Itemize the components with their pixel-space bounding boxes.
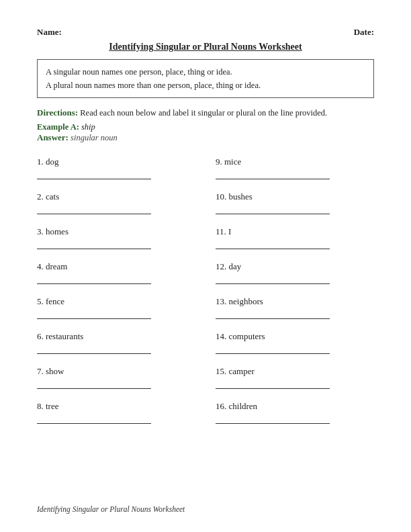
directions-text: Read each noun below and label it singul… — [80, 108, 327, 118]
info-line2: A plural noun names more than one person… — [46, 79, 365, 92]
noun-item: 15. camper — [216, 359, 374, 394]
noun-text: 2. cats — [37, 191, 195, 202]
answer-line[interactable] — [216, 275, 330, 284]
answer-line[interactable] — [216, 345, 330, 354]
example-answer-value: singular noun — [71, 133, 118, 142]
noun-text: 9. mice — [216, 157, 374, 167]
noun-text: 6. restaurants — [37, 331, 195, 342]
example-block: Example A: ship Answer: singular noun — [37, 122, 374, 143]
answer-line[interactable] — [37, 170, 151, 179]
noun-text: 4. dream — [37, 261, 195, 272]
noun-item: 6. restaurants — [37, 324, 195, 359]
answer-line[interactable] — [37, 240, 151, 249]
noun-text: 13. neighbors — [216, 296, 374, 307]
noun-item: 10. bushes — [216, 185, 374, 220]
noun-item: 12. day — [216, 255, 374, 290]
directions-row: Directions: Read each noun below and lab… — [37, 107, 374, 118]
answer-line[interactable] — [216, 170, 330, 179]
noun-item: 3. homes — [37, 220, 195, 255]
noun-item: 5. fence — [37, 290, 195, 324]
noun-item: 2. cats — [37, 185, 195, 220]
name-label: Name: — [37, 27, 62, 38]
answer-line[interactable] — [216, 380, 330, 389]
example-word: ship — [81, 122, 95, 132]
info-box: A singular noun names one person, place,… — [37, 59, 374, 98]
nouns-grid: 1. dog9. mice2. cats10. bushes3. homes11… — [37, 150, 374, 429]
answer-line[interactable] — [216, 414, 330, 424]
noun-text: 1. dog — [37, 157, 195, 167]
noun-text: 14. computers — [216, 331, 374, 342]
directions-label: Directions: — [37, 107, 78, 118]
noun-item: 8. tree — [37, 394, 195, 429]
date-label: Date: — [354, 27, 374, 38]
example-answer-label: Answer: — [37, 132, 68, 142]
noun-text: 12. day — [216, 261, 374, 272]
answer-line[interactable] — [37, 414, 151, 424]
noun-item: 14. computers — [216, 324, 374, 359]
noun-text: 15. camper — [216, 366, 374, 377]
noun-item: 16. children — [216, 394, 374, 429]
noun-text: 16. children — [216, 401, 374, 412]
answer-line[interactable] — [216, 205, 330, 214]
example-label: Example A: — [37, 122, 79, 132]
noun-item: 13. neighbors — [216, 290, 374, 324]
info-line1: A singular noun names one person, place,… — [46, 65, 365, 79]
answer-line[interactable] — [37, 310, 151, 319]
noun-item: 11. I — [216, 220, 374, 255]
noun-item: 7. show — [37, 359, 195, 394]
answer-line[interactable] — [216, 310, 330, 319]
noun-text: 5. fence — [37, 296, 195, 307]
answer-line[interactable] — [37, 380, 151, 389]
answer-line[interactable] — [37, 275, 151, 284]
noun-text: 11. I — [216, 226, 374, 237]
noun-text: 7. show — [37, 366, 195, 377]
noun-item: 1. dog — [37, 150, 195, 185]
noun-text: 3. homes — [37, 226, 195, 237]
noun-item: 9. mice — [216, 150, 374, 185]
answer-line[interactable] — [216, 240, 330, 249]
noun-text: 10. bushes — [216, 191, 374, 202]
page-title: Identifying Singular or Plural Nouns Wor… — [37, 42, 374, 52]
noun-item: 4. dream — [37, 255, 195, 290]
answer-line[interactable] — [37, 345, 151, 354]
noun-text: 8. tree — [37, 401, 195, 412]
footer-label: Identifying Singular or Plural Nouns Wor… — [37, 505, 185, 513]
answer-line[interactable] — [37, 205, 151, 214]
